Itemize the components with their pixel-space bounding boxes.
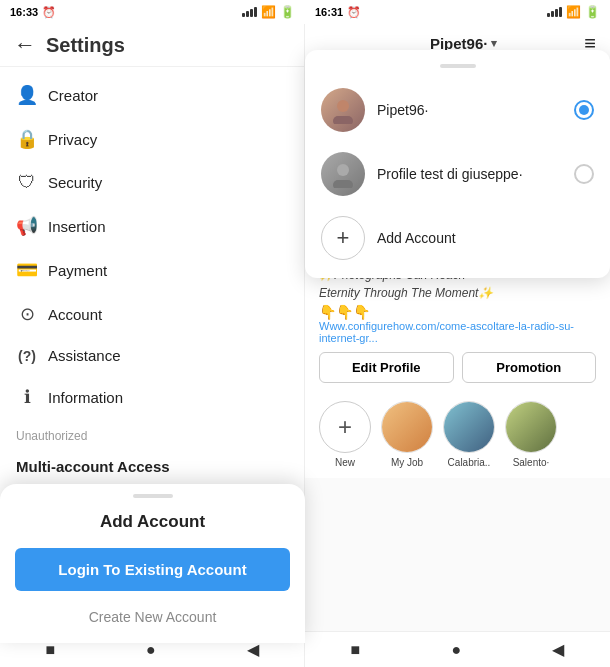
multi-account-access-item[interactable]: Multi-account Access <box>0 447 304 486</box>
circle-icon-right[interactable]: ● <box>452 641 462 659</box>
sidebar-item-information[interactable]: ℹ Information <box>0 375 304 419</box>
profile-panel: Pipet96· ▾ ≡ 46 Profile Views In The Las… <box>305 24 610 667</box>
insertion-label: Insertion <box>48 218 106 235</box>
battery-icon: 🔋 <box>280 5 295 19</box>
svg-rect-4 <box>333 116 353 124</box>
switcher-radio-inactive <box>574 164 594 184</box>
creator-icon: 👤 <box>16 84 38 106</box>
settings-header: ← Settings <box>0 24 304 67</box>
assistance-icon: (?) <box>16 348 38 364</box>
sidebar-item-payment[interactable]: 💳 Payment <box>0 248 304 292</box>
alarm-icon: ⏰ <box>42 6 56 19</box>
right-status-icons: 📶 🔋 <box>547 5 600 19</box>
sheet-title: Add Account <box>0 512 305 532</box>
right-bottom-nav: ■ ● ◀ <box>305 631 610 667</box>
payment-icon: 💳 <box>16 259 38 281</box>
back-triangle-icon-right[interactable]: ◀ <box>552 640 564 659</box>
creator-label: Creator <box>48 87 98 104</box>
multi-account-label: Multi-account Access <box>16 458 170 475</box>
switcher-avatar-giuseppe <box>321 152 365 196</box>
sidebar-item-assistance[interactable]: (?) Assistance <box>0 336 304 375</box>
security-icon: 🛡 <box>16 172 38 193</box>
switcher-name-giuseppe: Profile test di giuseppe· <box>377 166 562 182</box>
right-time: 16:31 ⏰ <box>315 6 361 19</box>
switcher-avatar-pipet96 <box>321 88 365 132</box>
back-button[interactable]: ← <box>14 32 36 58</box>
account-label: Account <box>48 306 102 323</box>
settings-panel: ← Settings 👤 Creator 🔒 Privacy 🛡 Securit… <box>0 24 305 667</box>
assistance-label: Assistance <box>48 347 121 364</box>
switcher-account-giuseppe[interactable]: Profile test di giuseppe· <box>305 142 610 206</box>
left-status-icons: 📶 🔋 <box>242 5 295 19</box>
switcher-add-label: Add Account <box>377 230 456 246</box>
square-icon-right[interactable]: ■ <box>351 641 361 659</box>
left-time: 16:33 ⏰ <box>10 6 56 19</box>
switcher-handle <box>440 64 476 68</box>
information-icon: ℹ <box>16 386 38 408</box>
settings-title: Settings <box>46 34 125 57</box>
add-highlight-icon: + <box>319 401 371 453</box>
sidebar-item-insertion[interactable]: 📢 Insertion <box>0 204 304 248</box>
highlights-row: + New My Job Calabria.. Salento· <box>305 391 610 478</box>
highlight-calabria-circle <box>443 401 495 453</box>
account-switcher: Pipet96· Profile test di giuseppe· + <box>305 50 610 278</box>
right-status-bar: 16:31 ⏰ 📶 🔋 <box>305 0 610 24</box>
profile-link[interactable]: Www.configurehow.com/come-ascoltare-la-r… <box>319 320 596 344</box>
sidebar-item-creator[interactable]: 👤 Creator <box>0 73 304 117</box>
highlight-myjob-circle <box>381 401 433 453</box>
svg-rect-6 <box>333 180 353 188</box>
information-label: Information <box>48 389 123 406</box>
add-account-circle-icon: + <box>321 216 365 260</box>
sheet-handle <box>133 494 173 498</box>
highlight-salento-label: Salento· <box>513 457 550 468</box>
battery-icon-right: 🔋 <box>585 5 600 19</box>
svg-point-3 <box>337 100 349 112</box>
create-new-button[interactable]: Create New Account <box>0 601 305 633</box>
account-icon: ⊙ <box>16 303 38 325</box>
add-account-sheet: Add Account Login To Existing Account Cr… <box>0 484 305 643</box>
square-icon[interactable]: ■ <box>45 641 55 659</box>
svg-point-5 <box>337 164 349 176</box>
highlight-myjob-label: My Job <box>391 457 423 468</box>
highlight-calabria-label: Calabria.. <box>448 457 491 468</box>
insertion-icon: 📢 <box>16 215 38 237</box>
switcher-radio-active <box>574 100 594 120</box>
switcher-account-pipet96[interactable]: Pipet96· <box>305 78 610 142</box>
sidebar-item-privacy[interactable]: 🔒 Privacy <box>0 117 304 161</box>
circle-icon[interactable]: ● <box>146 641 156 659</box>
highlight-myjob[interactable]: My Job <box>381 401 433 468</box>
payment-label: Payment <box>48 262 107 279</box>
sidebar-item-security[interactable]: 🛡 Security <box>0 161 304 204</box>
chevron-down-icon: ▾ <box>491 37 497 50</box>
sidebar-item-account[interactable]: ⊙ Account <box>0 292 304 336</box>
highlight-calabria[interactable]: Calabria.. <box>443 401 495 468</box>
wifi-icon-right: 📶 <box>566 5 581 19</box>
highlight-salento-circle <box>505 401 557 453</box>
switcher-name-pipet96: Pipet96· <box>377 102 562 118</box>
unauthorized-section: Unauthorized <box>0 419 304 447</box>
highlight-new[interactable]: + New <box>319 401 371 468</box>
edit-profile-button[interactable]: Edit Profile <box>319 352 454 383</box>
alarm-icon-right: ⏰ <box>347 6 361 19</box>
highlight-new-label: New <box>335 457 355 468</box>
privacy-label: Privacy <box>48 131 97 148</box>
highlight-salento[interactable]: Salento· <box>505 401 557 468</box>
switcher-add-account[interactable]: + Add Account <box>305 206 610 270</box>
login-existing-button[interactable]: Login To Existing Account <box>15 548 290 591</box>
wifi-icon: 📶 <box>261 5 276 19</box>
profile-emoji-row: 👇👇👇 <box>319 304 596 320</box>
profile-quote-2: Eternity Through The Moment✨ <box>319 286 596 300</box>
privacy-icon: 🔒 <box>16 128 38 150</box>
left-status-bar: 16:33 ⏰ 📶 🔋 <box>0 0 305 24</box>
security-label: Security <box>48 174 102 191</box>
promotion-button[interactable]: Promotion <box>462 352 597 383</box>
